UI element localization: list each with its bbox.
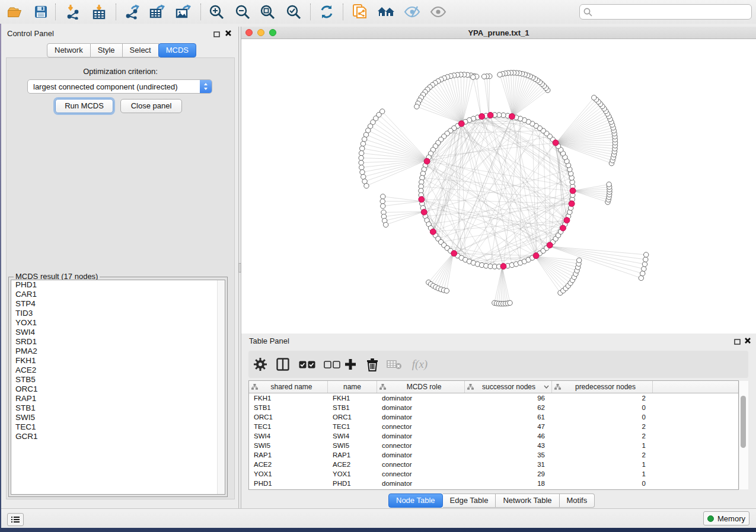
search-box[interactable] xyxy=(579,4,752,20)
network-canvas[interactable] xyxy=(241,39,756,334)
mcds-result-item[interactable]: FKH1 xyxy=(11,356,225,366)
attribute-icon xyxy=(554,384,561,390)
cell-shared_name: YOX1 xyxy=(249,469,328,479)
zoom-fit-button[interactable] xyxy=(256,2,279,21)
cell-filler xyxy=(653,460,738,469)
mcds-result-item[interactable]: TEC1 xyxy=(11,422,225,432)
mcds-result-item[interactable]: CAR1 xyxy=(11,290,225,299)
mcds-result-item[interactable]: RAP1 xyxy=(11,394,225,403)
hide-selected-button[interactable] xyxy=(401,2,423,21)
table-body: FKH1FKH1dominator962STB1STB1dominator620… xyxy=(249,393,738,488)
network-window-title: YPA_prune.txt_1 xyxy=(241,28,756,37)
close-panel-icon[interactable] xyxy=(225,30,232,39)
export-table-button[interactable] xyxy=(146,2,168,21)
cell-predecessors: 2 xyxy=(552,431,653,441)
mcds-result-item[interactable]: PHD1 xyxy=(11,280,225,290)
zoom-selected-button[interactable] xyxy=(282,2,305,21)
float-panel-icon[interactable] xyxy=(213,30,220,39)
mcds-result-item[interactable]: SRD1 xyxy=(11,337,225,347)
zoom-in-button[interactable] xyxy=(205,2,228,21)
refresh-button[interactable] xyxy=(315,2,338,21)
mcds-result-list[interactable]: PHD1CAR1STP4TID3YOX1SWI4SRD1PMA2FKH1ACE2… xyxy=(11,280,225,495)
mcds-result-item[interactable]: ACE2 xyxy=(11,366,225,375)
dominator-node xyxy=(564,217,570,223)
header-successor-nodes[interactable]: successor nodes xyxy=(465,381,552,393)
table-row[interactable]: STB1STB1dominator620 xyxy=(249,403,738,412)
optimization-criterion-label: Optimization criterion: xyxy=(6,67,235,76)
delete-column-button[interactable] xyxy=(363,356,381,373)
list-scrollbar[interactable] xyxy=(217,280,225,494)
header-name[interactable]: name xyxy=(328,381,377,393)
save-session-button[interactable] xyxy=(30,2,52,21)
open-file-button[interactable] xyxy=(4,2,26,21)
desktop-edge xyxy=(0,24,1,527)
table-row[interactable]: FKH1FKH1dominator962 xyxy=(249,393,738,403)
export-network-button[interactable] xyxy=(121,2,143,21)
table-row[interactable]: SWI5SWI5connector431 xyxy=(249,441,738,450)
mcds-result-item[interactable]: STB1 xyxy=(11,403,225,413)
tab-motifs[interactable]: Motifs xyxy=(560,493,595,508)
table-row[interactable]: TEC1TEC1connector472 xyxy=(249,422,738,431)
table-row[interactable]: SWI4SWI4dominator462 xyxy=(249,431,738,441)
mcds-result-item[interactable]: ORC1 xyxy=(11,384,225,394)
mcds-result-item[interactable]: SWI5 xyxy=(11,413,225,422)
mcds-result-item[interactable]: GCR1 xyxy=(11,432,225,441)
mcds-result-item[interactable]: SWI4 xyxy=(11,328,225,337)
plus-icon xyxy=(344,358,357,371)
mcds-result-item[interactable]: STP4 xyxy=(11,299,225,309)
export-image-button[interactable] xyxy=(172,2,194,21)
first-neighbors-button[interactable] xyxy=(375,2,397,21)
select-all-button[interactable] xyxy=(295,356,319,373)
tab-style[interactable]: Style xyxy=(91,43,123,57)
search-input[interactable] xyxy=(595,7,751,17)
header-predecessor-nodes[interactable]: predecessor nodes xyxy=(552,381,653,393)
tab-mcds[interactable]: MCDS xyxy=(158,43,196,57)
cell-predecessors: 1 xyxy=(552,469,653,479)
import-network-button[interactable] xyxy=(62,2,84,21)
cell-filler xyxy=(653,412,738,422)
cell-role: dominator xyxy=(377,450,465,460)
tab-network[interactable]: Network xyxy=(47,43,91,57)
save-icon xyxy=(34,5,47,18)
add-column-button[interactable] xyxy=(342,356,359,373)
cell-shared_name: ACE2 xyxy=(249,460,328,469)
cell-name: SWI5 xyxy=(328,441,377,450)
deselect-all-button[interactable] xyxy=(320,356,344,373)
show-all-button[interactable] xyxy=(427,2,449,21)
run-mcds-button[interactable]: Run MCDS xyxy=(55,99,113,113)
mcds-result-group: MCDS result (17 nodes) PHD1CAR1STP4TID3Y… xyxy=(8,277,228,497)
close-panel-button[interactable]: Close panel xyxy=(120,99,182,113)
trash-icon xyxy=(366,358,378,371)
table-row[interactable]: ACE2ACE2connector311 xyxy=(249,460,738,469)
tab-network-table[interactable]: Network Table xyxy=(496,493,559,508)
split-view-button[interactable] xyxy=(274,356,292,373)
float-table-panel-icon[interactable] xyxy=(734,338,741,347)
table-row[interactable]: RAP1RAP1dominator352 xyxy=(249,450,738,460)
table-row[interactable]: PHD1PHD1dominator180 xyxy=(249,479,738,488)
close-table-panel-icon[interactable] xyxy=(744,337,751,346)
tab-select[interactable]: Select xyxy=(123,43,159,57)
mcds-result-item[interactable]: YOX1 xyxy=(11,318,225,328)
cell-role: dominator xyxy=(377,431,465,441)
tab-edge-table[interactable]: Edge Table xyxy=(443,493,496,508)
status-menu-button[interactable] xyxy=(7,513,24,526)
mcds-result-item[interactable]: STB5 xyxy=(11,375,225,384)
criterion-dropdown[interactable]: largest connected component (undirected) xyxy=(27,79,212,94)
header-shared-name[interactable]: shared name xyxy=(249,381,328,393)
table-row[interactable]: ORC1ORC1dominator610 xyxy=(249,412,738,422)
table-header-row: shared name name MCDS role successor nod… xyxy=(249,381,738,393)
memory-button[interactable]: Memory xyxy=(703,511,749,525)
export-network-icon xyxy=(125,4,140,20)
table-scrollbar-thumb[interactable] xyxy=(741,396,746,448)
column-settings-button[interactable] xyxy=(251,356,269,373)
mcds-result-item[interactable]: PMA2 xyxy=(11,347,225,356)
mcds-result-item[interactable]: TID3 xyxy=(11,309,225,318)
tab-node-table[interactable]: Node Table xyxy=(388,493,443,508)
import-table-button[interactable] xyxy=(88,2,110,21)
zoom-out-button[interactable] xyxy=(231,2,254,21)
header-mcds-role[interactable]: MCDS role xyxy=(377,381,465,393)
table-row[interactable]: YOX1YOX1connector291 xyxy=(249,469,738,479)
cell-predecessors: 2 xyxy=(552,393,653,403)
duplicate-network-button[interactable] xyxy=(349,2,371,21)
delete-table-button-disabled xyxy=(385,356,403,373)
